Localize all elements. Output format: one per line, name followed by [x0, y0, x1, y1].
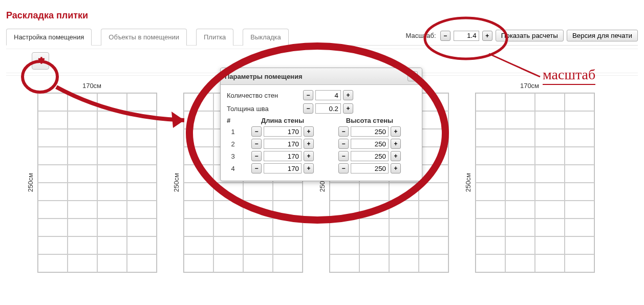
- length-plus[interactable]: +: [304, 139, 314, 149]
- height-plus[interactable]: +: [391, 163, 401, 173]
- wall-height-label: 250см: [173, 173, 180, 192]
- wall-preview-4: 170см 250см: [464, 82, 595, 273]
- height-minus[interactable]: −: [338, 139, 349, 149]
- height-minus[interactable]: −: [338, 151, 349, 161]
- row-index: 2: [227, 140, 239, 148]
- dialog-title: Параметры помещения: [225, 73, 303, 80]
- length-minus[interactable]: −: [251, 126, 262, 137]
- col-length-header: Длина стены: [239, 117, 326, 124]
- row-index: 3: [227, 152, 239, 160]
- length-input[interactable]: [264, 163, 302, 173]
- scale-input[interactable]: [454, 31, 479, 41]
- length-plus[interactable]: +: [304, 126, 314, 137]
- wall-count-plus[interactable]: +: [343, 90, 353, 100]
- wall-width-label: 170см: [520, 82, 539, 90]
- gear-icon: [36, 56, 45, 67]
- scale-minus-button[interactable]: −: [440, 31, 450, 41]
- room-params-dialog: Параметры помещения ✕ Количество стен − …: [220, 68, 422, 181]
- wall-row: 4 − + − +: [227, 163, 416, 173]
- col-height-header: Высота стены: [326, 117, 413, 124]
- print-version-button[interactable]: Версия для печати: [567, 30, 638, 41]
- wall-count-minus[interactable]: −: [303, 90, 313, 100]
- height-input[interactable]: [351, 163, 389, 173]
- show-calculations-button[interactable]: Показать расчеты: [496, 30, 564, 41]
- tab-layout[interactable]: Выкладка: [243, 29, 288, 46]
- height-plus[interactable]: +: [391, 126, 401, 137]
- col-index-header: #: [227, 117, 239, 124]
- tile-grid[interactable]: [37, 93, 157, 273]
- seam-minus[interactable]: −: [303, 103, 313, 114]
- length-input[interactable]: [264, 126, 302, 137]
- wall-row: 3 − + − +: [227, 151, 416, 161]
- right-controls: Масштаб: − + Показать расчеты Версия для…: [405, 30, 638, 43]
- row-index: 1: [227, 128, 239, 136]
- seam-plus[interactable]: +: [343, 103, 353, 114]
- height-input[interactable]: [351, 126, 389, 137]
- tab-objects[interactable]: Объекты в помещении: [101, 29, 187, 46]
- room-settings-button[interactable]: [32, 52, 49, 70]
- dialog-header[interactable]: Параметры помещения ✕: [221, 68, 422, 85]
- dialog-close-button[interactable]: ✕: [407, 71, 418, 81]
- height-minus[interactable]: −: [338, 126, 349, 137]
- tile-grid[interactable]: [475, 93, 595, 273]
- wall-height-label: 250см: [464, 173, 472, 192]
- length-minus[interactable]: −: [251, 151, 262, 161]
- wall-width-label: 170см: [82, 82, 101, 90]
- tab-tile[interactable]: Плитка: [196, 29, 233, 46]
- length-plus[interactable]: +: [304, 163, 314, 173]
- height-plus[interactable]: +: [391, 151, 401, 161]
- length-input[interactable]: [264, 151, 302, 161]
- seam-width-label: Толщина шва: [227, 105, 301, 113]
- tabs: Настройка помещения Объекты в помещении …: [6, 28, 289, 45]
- length-minus[interactable]: −: [251, 163, 262, 173]
- height-input[interactable]: [351, 151, 389, 161]
- wall-row: 2 − + − +: [227, 139, 416, 149]
- scale-label: Масштаб:: [405, 32, 436, 39]
- seam-input[interactable]: [315, 103, 341, 114]
- top-bar: Настройка помещения Объекты в помещении …: [6, 28, 638, 46]
- scale-plus-button[interactable]: +: [482, 31, 492, 41]
- row-index: 4: [227, 165, 239, 172]
- wall-row: 1 − + − +: [227, 126, 416, 137]
- page-title: Раскладка плитки: [6, 10, 638, 21]
- tab-room-settings[interactable]: Настройка помещения: [6, 29, 92, 46]
- dialog-body: Количество стен − + Толщина шва − + # Дл…: [221, 85, 422, 181]
- wall-height-label: 250см: [27, 173, 34, 192]
- height-input[interactable]: [351, 139, 389, 149]
- wall-preview-1: 170см 250см: [27, 82, 157, 273]
- height-plus[interactable]: +: [391, 139, 401, 149]
- length-input[interactable]: [264, 139, 302, 149]
- length-plus[interactable]: +: [304, 151, 314, 161]
- length-minus[interactable]: −: [251, 139, 262, 149]
- height-minus[interactable]: −: [338, 163, 349, 173]
- close-icon: ✕: [411, 73, 415, 80]
- wall-count-label: Количество стен: [227, 92, 301, 99]
- wall-count-input[interactable]: [315, 90, 341, 100]
